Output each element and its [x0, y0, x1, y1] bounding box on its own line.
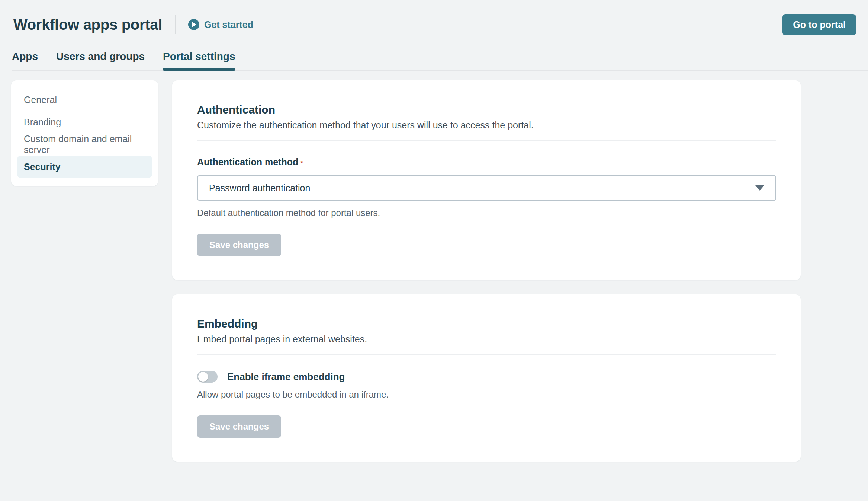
- embedding-card: Embedding Embed portal pages in external…: [172, 294, 801, 462]
- play-circle-icon: [188, 19, 199, 30]
- embedding-card-description: Embed portal pages in external websites.: [197, 334, 776, 345]
- header-divider: [175, 15, 176, 34]
- authentication-method-select[interactable]: Password authentication: [197, 175, 776, 201]
- embedding-card-title: Embedding: [197, 317, 776, 330]
- card-divider: [197, 140, 776, 141]
- get-started-link[interactable]: Get started: [188, 19, 253, 30]
- authentication-method-selected-value: Password authentication: [209, 183, 310, 194]
- page-title: Workflow apps portal: [13, 16, 162, 33]
- tab-bar: Apps Users and groups Portal settings: [12, 51, 868, 71]
- authentication-card: Authentication Customize the authenticat…: [172, 80, 801, 280]
- authentication-method-helper: Default authentication method for portal…: [197, 208, 776, 218]
- card-divider: [197, 354, 776, 355]
- authentication-card-title: Authentication: [197, 103, 776, 116]
- chevron-down-icon: [755, 185, 764, 191]
- tab-users-and-groups[interactable]: Users and groups: [56, 51, 145, 70]
- get-started-label: Get started: [204, 19, 253, 30]
- authentication-method-field: Authentication method* Password authenti…: [197, 157, 776, 218]
- portal-settings-page: Workflow apps portal Get started Go to p…: [0, 14, 868, 462]
- toggle-knob-icon: [198, 372, 208, 382]
- save-changes-button-embedding[interactable]: Save changes: [197, 415, 281, 438]
- sidebar-item-branding[interactable]: Branding: [17, 111, 152, 133]
- settings-sidebar: General Branding Custom domain and email…: [11, 80, 158, 186]
- sidebar-item-custom-domain[interactable]: Custom domain and email server: [17, 133, 152, 156]
- go-to-portal-button[interactable]: Go to portal: [782, 14, 856, 35]
- required-asterisk: *: [300, 160, 303, 166]
- tab-portal-settings[interactable]: Portal settings: [163, 51, 235, 70]
- content-area: General Branding Custom domain and email…: [0, 71, 868, 462]
- iframe-embedding-helper: Allow portal pages to be embedded in an …: [197, 389, 776, 400]
- iframe-embedding-toggle[interactable]: [197, 371, 218, 383]
- authentication-card-description: Customize the authentication method that…: [197, 120, 776, 131]
- sidebar-item-general[interactable]: General: [17, 89, 152, 111]
- tab-apps[interactable]: Apps: [12, 51, 38, 70]
- page-header: Workflow apps portal Get started Go to p…: [13, 14, 856, 35]
- authentication-method-label: Authentication method: [197, 157, 298, 167]
- settings-main-column: Authentication Customize the authenticat…: [172, 80, 801, 462]
- sidebar-item-security[interactable]: Security: [17, 156, 152, 178]
- save-changes-button-authentication[interactable]: Save changes: [197, 234, 281, 256]
- iframe-embedding-row: Enable iframe embedding: [197, 371, 776, 383]
- iframe-embedding-label: Enable iframe embedding: [227, 371, 345, 383]
